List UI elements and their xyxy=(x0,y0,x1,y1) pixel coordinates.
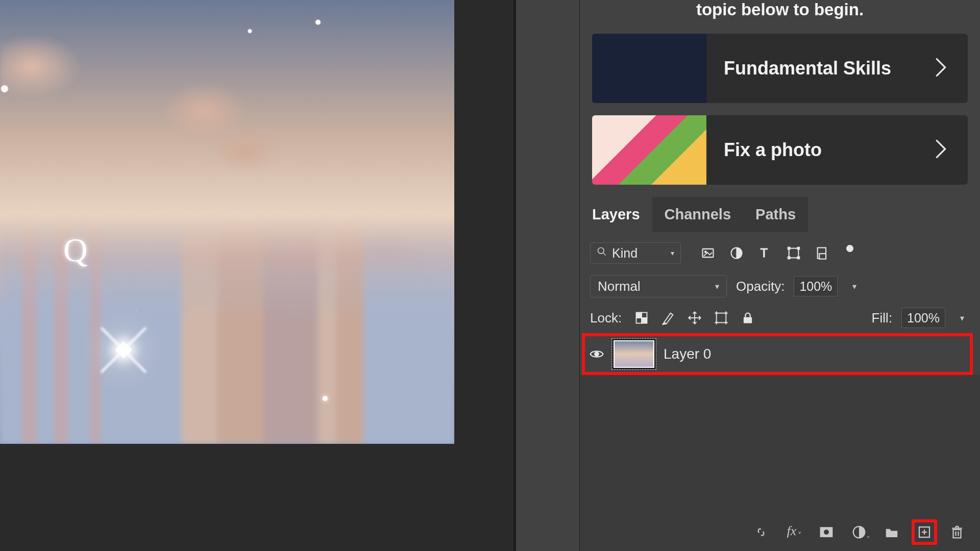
filter-kind-select[interactable]: Kind ▾ xyxy=(590,242,681,264)
filter-indicator-dot xyxy=(846,245,853,252)
filter-shape-icon[interactable] xyxy=(786,245,801,261)
fill-label: Fill: xyxy=(872,310,892,326)
chevron-down-icon[interactable]: ▾ xyxy=(847,282,862,291)
svg-line-1 xyxy=(603,253,606,256)
lock-position-icon[interactable] xyxy=(687,310,702,325)
opacity-label: Opacity: xyxy=(736,279,785,294)
tutorial-card-fix-photo[interactable]: Fix a photo xyxy=(592,115,968,185)
chevron-right-icon xyxy=(914,56,968,81)
panel-divider xyxy=(513,0,516,551)
new-group-icon[interactable] xyxy=(883,523,900,541)
filter-type-icon[interactable]: T xyxy=(757,245,773,261)
svg-rect-9 xyxy=(788,257,790,259)
app-root: Q topic below to begin. Fundamental Skil… xyxy=(0,0,980,551)
tutorial-thumb xyxy=(592,34,706,103)
svg-rect-12 xyxy=(819,254,826,259)
filter-smartobject-icon[interactable] xyxy=(815,245,830,261)
layer-name[interactable]: Layer 0 xyxy=(664,346,711,362)
search-icon xyxy=(597,246,607,260)
link-layers-icon[interactable] xyxy=(752,523,770,541)
tutorial-card-fundamental[interactable]: Fundamental Skills xyxy=(592,34,968,103)
lock-pixels-icon[interactable] xyxy=(660,310,676,325)
svg-rect-8 xyxy=(797,247,800,249)
panel-gutter xyxy=(516,0,580,551)
svg-point-31 xyxy=(824,530,829,535)
canvas-letter-q: Q xyxy=(63,231,88,269)
tab-layers[interactable]: Layers xyxy=(580,197,652,232)
canvas-area[interactable]: Q xyxy=(0,0,516,551)
svg-rect-19 xyxy=(717,313,726,323)
blend-mode-select[interactable]: Normal ▾ xyxy=(590,275,727,297)
canvas-pad-right xyxy=(454,0,516,444)
layer-fx-icon[interactable]: fx˅ xyxy=(785,523,802,541)
blend-mode-value: Normal xyxy=(598,279,641,294)
svg-point-0 xyxy=(598,248,604,254)
filter-kind-label: Kind xyxy=(612,246,638,261)
blend-mode-row: Normal ▾ Opacity: 100% ▾ xyxy=(580,270,980,303)
layer-filter-row: Kind ▾ T xyxy=(580,232,980,270)
layer-thumbnail[interactable] xyxy=(614,340,654,368)
svg-point-3 xyxy=(704,251,706,253)
adjustment-layer-icon[interactable]: ˅ xyxy=(850,523,868,541)
filter-adjustment-icon[interactable] xyxy=(729,245,744,261)
delete-layer-icon[interactable] xyxy=(948,523,966,541)
lock-label: Lock: xyxy=(590,310,622,326)
filter-type-icons: T xyxy=(700,245,853,261)
svg-rect-7 xyxy=(788,247,790,249)
panel-tabs: Layers Channels Paths xyxy=(580,197,980,232)
tutorial-card-label: Fix a photo xyxy=(706,139,914,161)
chevron-down-icon[interactable]: ▾ xyxy=(954,313,970,323)
chevron-down-icon: ▾ xyxy=(671,249,674,257)
new-layer-icon[interactable] xyxy=(916,523,933,541)
add-mask-icon[interactable] xyxy=(818,523,835,541)
canvas-pad-bottom xyxy=(0,444,516,551)
tutorial-thumb xyxy=(592,115,706,185)
svg-rect-13 xyxy=(636,313,642,318)
layers-bottom-bar: fx˅ ˅ xyxy=(580,516,980,551)
tutorial-cards: Fundamental Skills Fix a photo xyxy=(580,34,980,197)
lock-artboard-icon[interactable] xyxy=(714,310,729,325)
svg-rect-28 xyxy=(744,317,752,323)
svg-rect-14 xyxy=(642,318,647,323)
lock-row: Lock: Fill: 100% ▾ xyxy=(580,303,980,333)
svg-text:T: T xyxy=(761,246,768,260)
layer-row-0[interactable]: Layer 0 xyxy=(580,333,980,375)
sparkle-icon xyxy=(115,341,132,359)
layer-list: Layer 0 xyxy=(580,333,980,375)
annotation-highlight-newlayer xyxy=(912,519,937,545)
svg-rect-15 xyxy=(642,313,647,318)
svg-rect-10 xyxy=(797,257,800,259)
tutorial-header: topic below to begin. xyxy=(580,0,980,34)
chevron-right-icon xyxy=(914,138,968,162)
chevron-down-icon: ▾ xyxy=(715,282,719,291)
visibility-eye-icon[interactable] xyxy=(589,346,604,362)
bokeh-dot xyxy=(323,396,328,401)
svg-point-29 xyxy=(595,352,599,356)
lock-transparent-icon[interactable] xyxy=(634,310,649,325)
tutorial-card-label: Fundamental Skills xyxy=(706,58,914,79)
right-panel: topic below to begin. Fundamental Skills… xyxy=(580,0,980,551)
opacity-value[interactable]: 100% xyxy=(794,276,838,296)
fill-value[interactable]: 100% xyxy=(901,308,945,328)
svg-rect-36 xyxy=(953,530,961,538)
layers-empty-area[interactable] xyxy=(580,375,980,516)
lock-all-icon[interactable] xyxy=(740,310,755,325)
filter-pixel-icon[interactable] xyxy=(700,245,716,261)
tab-channels[interactable]: Channels xyxy=(652,197,744,232)
tab-paths[interactable]: Paths xyxy=(743,197,808,232)
svg-rect-16 xyxy=(636,318,642,323)
